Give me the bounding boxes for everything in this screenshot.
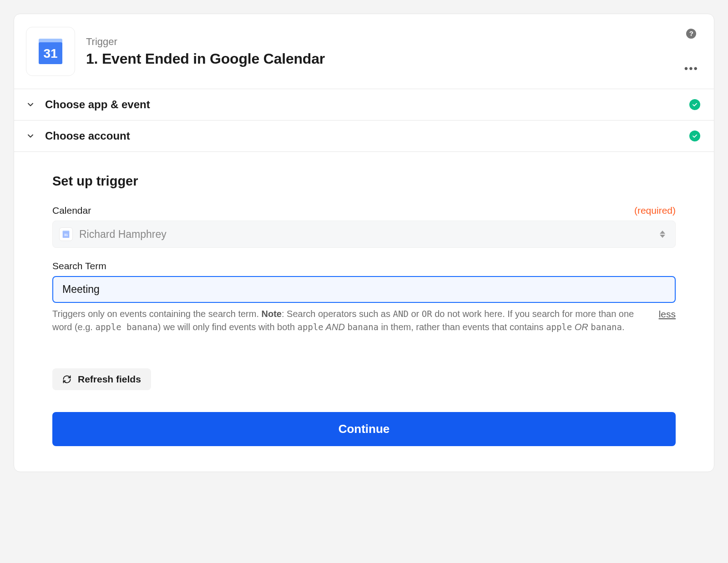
required-tag: (required): [634, 205, 676, 216]
search-term-input-wrap: [52, 276, 676, 303]
refresh-fields-label: Refresh fields: [78, 374, 141, 385]
header-titles: Trigger 1. Event Ended in Google Calenda…: [86, 36, 673, 67]
section-choose-app-event[interactable]: Choose app & event: [14, 89, 714, 120]
section-choose-account[interactable]: Choose account: [14, 120, 714, 151]
app-icon: 31: [26, 27, 75, 76]
calendar-selected-value: Richard Hamphrey: [79, 228, 652, 241]
svg-marker-6: [660, 235, 665, 238]
calendar-icon-date: 31: [43, 46, 57, 60]
select-caret-icon: [659, 231, 666, 238]
section-setup-trigger: Set up trigger Calendar (required) 31 Ri…: [14, 151, 714, 472]
trigger-card: 31 Trigger 1. Event Ended in Google Cale…: [14, 14, 714, 472]
field-label: Search Term: [52, 261, 106, 271]
setup-heading: Set up trigger: [52, 174, 676, 189]
refresh-icon: [62, 375, 71, 384]
field-label: Calendar: [52, 205, 91, 216]
search-term-help: Triggers only on events containing the s…: [52, 307, 676, 334]
step-title: 1. Event Ended in Google Calendar: [86, 50, 673, 67]
field-calendar: Calendar (required) 31 Richard Hamphrey: [52, 205, 676, 248]
header-actions: ? •••: [684, 27, 698, 76]
help-icon[interactable]: ?: [686, 29, 696, 39]
calendar-select[interactable]: 31 Richard Hamphrey: [52, 221, 676, 248]
more-menu-icon[interactable]: •••: [684, 63, 698, 74]
google-calendar-icon: 31: [59, 227, 73, 241]
search-term-input[interactable]: [62, 283, 666, 296]
check-complete-icon: [689, 131, 700, 141]
svg-text:31: 31: [64, 233, 68, 237]
google-calendar-icon: 31: [36, 37, 65, 66]
section-label: Choose app & event: [45, 98, 680, 111]
section-label: Choose account: [45, 130, 680, 142]
card-header: 31 Trigger 1. Event Ended in Google Cale…: [14, 14, 714, 89]
check-complete-icon: [689, 99, 700, 110]
help-toggle-less[interactable]: less: [659, 307, 676, 334]
step-type-label: Trigger: [86, 36, 673, 48]
field-search-term: Search Term Triggers only on events cont…: [52, 261, 676, 334]
svg-marker-5: [660, 231, 665, 234]
chevron-down-icon: [25, 99, 36, 110]
continue-button[interactable]: Continue: [52, 412, 676, 446]
chevron-down-icon: [25, 131, 36, 141]
refresh-fields-button[interactable]: Refresh fields: [52, 368, 151, 390]
